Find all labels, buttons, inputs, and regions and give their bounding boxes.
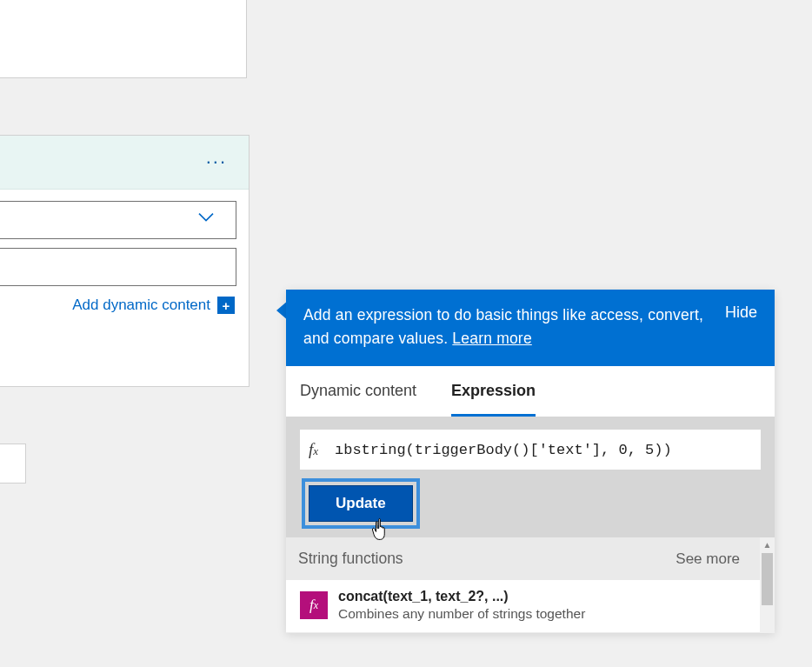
more-options-icon[interactable]: ··· (206, 157, 227, 166)
plus-icon: + (217, 297, 235, 314)
action-card-header: ··· (0, 136, 249, 190)
update-button[interactable]: Update (309, 485, 413, 522)
scrollbar-thumb[interactable] (762, 553, 773, 605)
learn-more-link[interactable]: Learn more (452, 330, 532, 347)
scroll-up-icon[interactable]: ▲ (760, 537, 775, 551)
expression-area: fx Update (286, 417, 775, 537)
function-row-concat[interactable]: fx concat(text_1, text_2?, ...) Combines… (286, 580, 775, 633)
action-select-dropdown[interactable] (0, 201, 236, 239)
scrollbar-track[interactable]: ▲ (760, 537, 775, 633)
action-text-input[interactable] (0, 248, 236, 286)
functions-list: String functions See more fx concat(text… (286, 537, 775, 633)
fx-icon: fx (309, 440, 335, 459)
tab-expression[interactable]: Expression (451, 366, 536, 417)
next-step-stub (0, 444, 26, 484)
chevron-down-icon (196, 207, 216, 231)
fx-icon: fx (300, 591, 328, 619)
update-button-highlight: Update (302, 478, 420, 529)
flyout-header-text: Add an expression to do basic things lik… (303, 303, 708, 350)
add-dynamic-content-link[interactable]: Add dynamic content + (0, 297, 236, 314)
expression-flyout: Add an expression to do basic things lik… (286, 290, 775, 633)
function-description: Combines any number of strings together (338, 606, 585, 622)
flyout-header: Add an expression to do basic things lik… (286, 290, 775, 366)
flyout-tabs: Dynamic content Expression (286, 366, 775, 417)
expression-input[interactable] (335, 442, 752, 458)
function-signature: concat(text_1, text_2?, ...) (338, 589, 585, 604)
previous-step-card (0, 0, 247, 78)
function-group-label: String functions (298, 550, 403, 568)
action-card: ··· Add dynamic content + (0, 135, 250, 387)
function-text: concat(text_1, text_2?, ...) Combines an… (338, 589, 585, 622)
function-group-header: String functions See more (286, 537, 775, 580)
expression-input-wrap: fx (300, 430, 761, 470)
tab-dynamic-content[interactable]: Dynamic content (300, 366, 416, 417)
see-more-link[interactable]: See more (676, 550, 740, 568)
add-dynamic-content-label: Add dynamic content (72, 297, 210, 314)
hide-button[interactable]: Hide (725, 303, 757, 322)
